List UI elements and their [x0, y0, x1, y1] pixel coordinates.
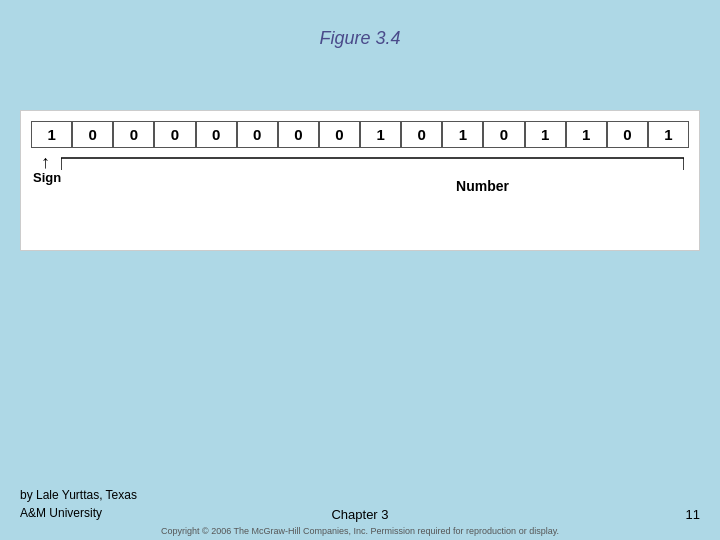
bracket-svg — [61, 150, 684, 190]
bit-cell: 0 — [196, 121, 237, 148]
bit-cell: 1 — [31, 121, 72, 148]
bit-cell: 1 — [566, 121, 607, 148]
bit-cell: 0 — [278, 121, 319, 148]
bit-cell: 0 — [483, 121, 524, 148]
bit-cell: 1 — [648, 121, 689, 148]
chapter-label: Chapter 3 — [331, 507, 388, 522]
figure-title: Figure 3.4 — [0, 0, 720, 49]
footer-author: by Lale Yurttas, Texas A&M University — [20, 486, 247, 522]
copyright-bar: Copyright © 2006 The McGraw-Hill Compani… — [0, 526, 720, 536]
footer-chapter: Chapter 3 — [247, 507, 474, 522]
author-line1: by Lale Yurttas, Texas — [20, 488, 137, 502]
footer: by Lale Yurttas, Texas A&M University Ch… — [0, 486, 720, 522]
author-line2: A&M University — [20, 506, 102, 520]
bit-cell: 0 — [72, 121, 113, 148]
number-label: Number — [456, 178, 509, 194]
footer-page: 11 — [473, 507, 700, 522]
slide: Figure 3.4 1000000010101101 ↑ Sign Numbe… — [0, 0, 720, 540]
labels-area: ↑ Sign Number — [31, 150, 689, 200]
bit-cell: 0 — [319, 121, 360, 148]
bracket-container — [61, 150, 684, 194]
bit-cell: 0 — [401, 121, 442, 148]
bit-cell: 0 — [154, 121, 195, 148]
bit-cell: 1 — [360, 121, 401, 148]
bits-row: 1000000010101101 — [31, 121, 689, 148]
bit-cell: 1 — [525, 121, 566, 148]
bit-cell: 0 — [237, 121, 278, 148]
bit-cell: 0 — [607, 121, 648, 148]
diagram-area: 1000000010101101 ↑ Sign Number — [20, 110, 700, 251]
bit-cell: 0 — [113, 121, 154, 148]
sign-label: Sign — [33, 170, 61, 185]
bit-cell: 1 — [442, 121, 483, 148]
